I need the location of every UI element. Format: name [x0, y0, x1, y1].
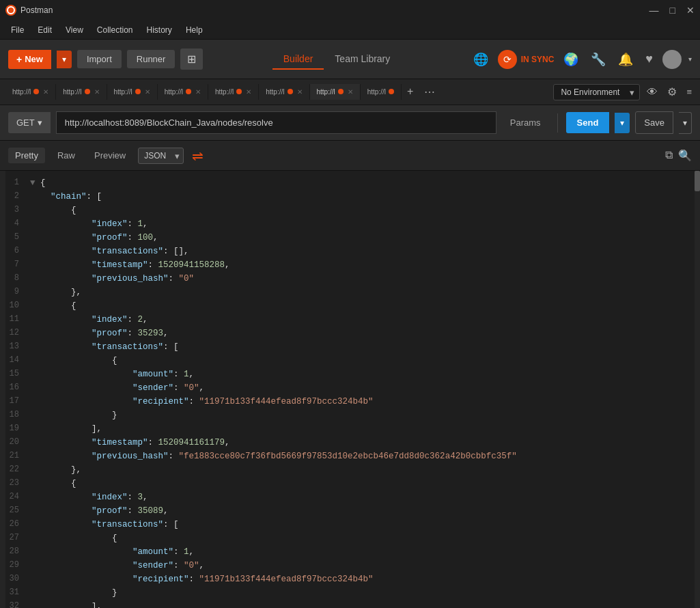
json-line-1: 1▼ { [5, 176, 695, 190]
json-line-2: 2 "chain": [ [5, 190, 695, 204]
settings-icon[interactable]: ⚙ [664, 84, 680, 100]
intercept-button[interactable]: ⊞ [180, 49, 203, 70]
tabs-env-bar: http://l✕ http://l✕ http://l✕ http://l✕ … [0, 79, 700, 105]
wrench-icon-button[interactable]: 🔧 [588, 49, 608, 70]
response-toolbar: Pretty Raw Preview JSON XML HTML Text ⇌ … [0, 141, 700, 171]
json-line-7: 7 "timestamp": 1520941158288, [5, 258, 695, 272]
req-tab-8[interactable]: http://l [361, 84, 402, 100]
app-title: Postman [20, 5, 53, 15]
req-tab-3[interactable]: http://l✕ [107, 84, 158, 100]
filter-icon[interactable]: ⇌ [192, 148, 204, 164]
json-line-5: 5 "proof": 100, [5, 231, 695, 245]
json-line-23: 23 { [5, 477, 695, 490]
json-content: 1▼ { 2 "chain": [ 3 { 4 "index": 1, 5 "p… [5, 171, 695, 608]
globe-icon-button[interactable]: 🌐 [471, 49, 491, 70]
method-label: GET [16, 118, 35, 128]
json-line-16: 16 "sender": "0", [5, 381, 695, 395]
search-icon[interactable]: 🔍 [678, 149, 692, 162]
new-button[interactable]: + New [8, 50, 51, 69]
method-button[interactable]: GET ▾ [8, 112, 51, 133]
add-tab-button[interactable]: + [402, 85, 419, 98]
more-env-icon[interactable]: ≡ [684, 85, 695, 98]
minimize-button[interactable]: — [649, 5, 659, 16]
json-line-12: 12 "proof": 35293, [5, 327, 695, 340]
menu-collection[interactable]: Collection [92, 23, 139, 38]
more-tabs-button[interactable]: ⋯ [419, 85, 440, 98]
eye-icon[interactable]: 👁 [644, 85, 660, 100]
req-tab-2[interactable]: http://l✕ [56, 84, 107, 100]
copy-icon[interactable]: ⧉ [665, 149, 673, 162]
menu-bar: File Edit View Collection History Help [0, 20, 700, 40]
env-selector[interactable]: No Environment [553, 84, 640, 100]
menu-history[interactable]: History [141, 23, 178, 38]
format-select-wrap[interactable]: JSON XML HTML Text [138, 148, 184, 164]
menu-help[interactable]: Help [180, 23, 208, 38]
runner-button[interactable]: Runner [127, 50, 176, 68]
json-line-8: 8 "previous_hash": "0" [5, 272, 695, 286]
json-line-20: 20 "timestamp": 1520941161179, [5, 436, 695, 450]
divider [557, 113, 558, 133]
title-bar-left: Postman [5, 5, 53, 16]
save-arrow-button[interactable]: ▾ [679, 112, 692, 134]
json-line-4: 4 "index": 1, [5, 217, 695, 231]
params-button[interactable]: Params [502, 112, 549, 133]
req-tab-1[interactable]: http://l✕ [5, 84, 56, 100]
sync-icon [498, 50, 517, 69]
heart-icon-button[interactable]: ♥ [643, 49, 656, 69]
sync-area: IN SYNC [498, 50, 555, 69]
avatar-chevron[interactable]: ▾ [688, 55, 692, 63]
tab-builder[interactable]: Builder [272, 49, 324, 70]
json-line-17: 17 "recipient": "11971b133f444efead8f97b… [5, 395, 695, 409]
json-line-30: 30 "recipient": "11971b133f444efead8f97b… [5, 572, 695, 586]
json-line-14: 14 { [5, 354, 695, 368]
pretty-tab[interactable]: Pretty [8, 148, 45, 163]
sync-text: IN SYNC [521, 55, 555, 64]
save-button[interactable]: Save [635, 111, 673, 134]
json-line-32: 32 ], [5, 600, 695, 608]
new-arrow-button[interactable]: ▾ [57, 51, 72, 68]
req-tab-6[interactable]: http://l✕ [259, 84, 309, 100]
menu-file[interactable]: File [5, 23, 29, 38]
json-line-25: 25 "proof": 35089, [5, 504, 695, 518]
close-button[interactable]: ✕ [686, 5, 695, 16]
menu-edit[interactable]: Edit [32, 23, 57, 38]
avatar[interactable] [662, 50, 682, 69]
json-line-19: 19 ], [5, 422, 695, 436]
scrollbar[interactable] [695, 171, 700, 608]
nav-tabs: Builder Team Library [272, 49, 402, 70]
json-line-22: 22 }, [5, 463, 695, 477]
bell-icon-button[interactable]: 🔔 [615, 49, 636, 70]
url-input[interactable] [56, 111, 496, 134]
env-bar: No Environment 👁 ⚙ ≡ [548, 84, 700, 100]
format-select[interactable]: JSON XML HTML Text [138, 148, 184, 164]
json-line-9: 9 }, [5, 286, 695, 299]
json-line-28: 28 "amount": 1, [5, 545, 695, 559]
preview-tab[interactable]: Preview [87, 148, 132, 163]
toolbar: + New ▾ Import Runner ⊞ Builder Team Lib… [0, 40, 700, 79]
import-button[interactable]: Import [77, 50, 122, 68]
req-tab-4[interactable]: http://l✕ [158, 84, 208, 100]
method-chevron: ▾ [38, 118, 42, 128]
title-bar-right: — □ ✕ [649, 5, 695, 16]
scrollbar-thumb[interactable] [695, 171, 700, 191]
tab-team-library[interactable]: Team Library [324, 49, 401, 70]
new-plus-icon: + [16, 54, 22, 65]
req-tab-7[interactable]: http://l✕ [310, 84, 361, 100]
menu-view[interactable]: View [60, 23, 89, 38]
req-tab-5[interactable]: http://l✕ [208, 84, 259, 100]
request-tabs: http://l✕ http://l✕ http://l✕ http://l✕ … [0, 79, 548, 105]
send-arrow-button[interactable]: ▾ [615, 113, 630, 133]
env-selector-wrap[interactable]: No Environment [553, 84, 640, 100]
json-line-27: 27 { [5, 531, 695, 545]
collapse-1[interactable]: ▼ [30, 178, 36, 188]
earth-icon-button[interactable]: 🌍 [561, 49, 581, 70]
raw-tab[interactable]: Raw [51, 148, 82, 163]
maximize-button[interactable]: □ [670, 5, 675, 16]
app-icon [5, 5, 16, 16]
json-line-15: 15 "amount": 1, [5, 368, 695, 381]
json-line-21: 21 "previous_hash": "fe1883cce80c7f36fbd… [5, 450, 695, 463]
toolbar-right: 🌐 IN SYNC 🌍 🔧 🔔 ♥ ▾ [471, 49, 692, 70]
send-button[interactable]: Send [566, 112, 610, 133]
json-line-18: 18 } [5, 409, 695, 422]
json-line-29: 29 "sender": "0", [5, 559, 695, 572]
